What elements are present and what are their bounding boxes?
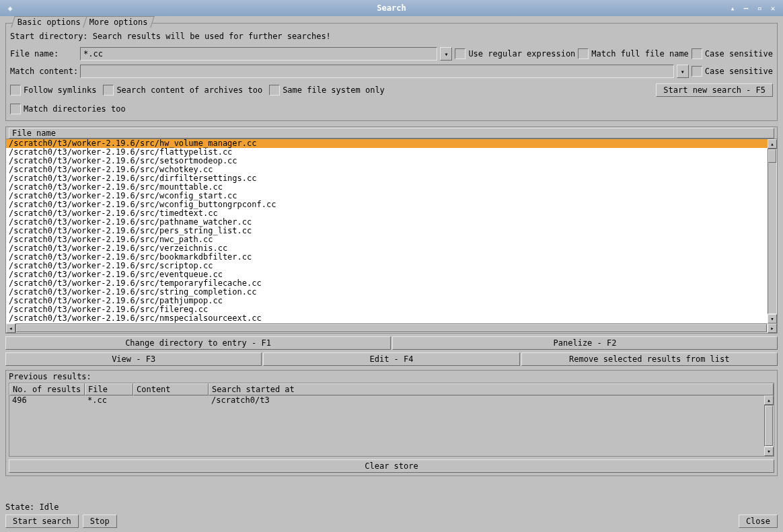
close-icon[interactable]: ✕ bbox=[767, 2, 779, 14]
use-regex-checkbox[interactable] bbox=[455, 48, 465, 59]
case-sensitive-content-label: Case sensitive bbox=[705, 67, 773, 76]
case-sensitive-name-label: Case sensitive bbox=[705, 49, 773, 59]
results-vertical-scrollbar[interactable]: ▴ ▾ bbox=[768, 139, 777, 324]
prev-col-content-pattern[interactable]: Content pattern bbox=[133, 383, 209, 395]
case-sensitive-content-checkbox[interactable] bbox=[692, 66, 702, 77]
previous-result-row[interactable]: 496*.cc/scratch0/t3 bbox=[9, 395, 764, 406]
minimize-icon[interactable]: – bbox=[740, 2, 752, 14]
results-column-header[interactable]: File name bbox=[9, 128, 774, 139]
prev-col-search-started-at[interactable]: Search started at bbox=[209, 383, 774, 395]
maximize-icon[interactable]: ▫ bbox=[753, 2, 766, 14]
stop-button[interactable]: Stop bbox=[83, 515, 117, 528]
scroll-up-icon[interactable]: ▴ bbox=[768, 139, 777, 149]
file-name-input[interactable] bbox=[80, 47, 437, 61]
scroll-up-icon[interactable]: ▴ bbox=[764, 395, 774, 405]
window-title: Search bbox=[61, 3, 722, 13]
previous-results-panel: Previous results: No. of results File na… bbox=[5, 370, 778, 476]
close-button[interactable]: Close bbox=[739, 515, 778, 528]
case-sensitive-name-checkbox[interactable] bbox=[692, 48, 702, 59]
remove-from-list-button[interactable]: Remove selected results from list bbox=[521, 352, 778, 366]
start-search-button[interactable]: Start search bbox=[5, 515, 79, 528]
results-panel: File name /scratch0/t3/worker-2.19.6/src… bbox=[5, 126, 778, 334]
prev-col-file-name[interactable]: File name bbox=[85, 383, 133, 395]
scroll-down-icon[interactable]: ▾ bbox=[764, 447, 774, 456]
start-new-search-button[interactable]: Start new search - F5 bbox=[656, 83, 773, 97]
match-full-label: Match full file name bbox=[591, 49, 689, 59]
prev-vertical-scrollbar[interactable]: ▴ ▾ bbox=[764, 395, 774, 456]
match-directories-checkbox[interactable] bbox=[10, 104, 21, 114]
tab-basic-options[interactable]: Basic options bbox=[11, 16, 87, 28]
match-content-label: Match content: bbox=[10, 67, 77, 76]
start-directory-label: Start directory: Search results will be … bbox=[10, 32, 331, 41]
view-button[interactable]: View - F3 bbox=[5, 352, 262, 366]
same-filesystem-checkbox[interactable] bbox=[269, 85, 280, 96]
match-content-input[interactable] bbox=[80, 65, 674, 78]
change-directory-button[interactable]: Change directory to entry - F1 bbox=[5, 336, 391, 350]
match-content-dropdown[interactable]: ▾ bbox=[677, 65, 689, 78]
scroll-right-icon[interactable]: ▸ bbox=[768, 324, 777, 333]
follow-symlinks-checkbox[interactable] bbox=[10, 85, 21, 96]
follow-symlinks-label: Follow symlinks bbox=[24, 85, 96, 95]
search-archives-checkbox[interactable] bbox=[103, 85, 114, 96]
scroll-down-icon[interactable]: ▾ bbox=[768, 314, 777, 324]
keep-above-icon[interactable]: ▴ bbox=[726, 2, 739, 14]
use-regex-label: Use regular expression bbox=[468, 49, 575, 59]
title-bar: ◈ Search ▴ – ▫ ✕ bbox=[0, 0, 783, 16]
match-directories-label: Match directories too bbox=[24, 104, 126, 114]
match-full-checkbox[interactable] bbox=[578, 48, 589, 59]
previous-results-title: Previous results: bbox=[9, 372, 774, 381]
clear-store-button[interactable]: Clear store bbox=[9, 459, 774, 473]
panelize-button[interactable]: Panelize - F2 bbox=[392, 336, 778, 350]
prev-col-no-of-results[interactable]: No. of results bbox=[9, 383, 85, 395]
file-name-dropdown[interactable]: ▾ bbox=[440, 47, 452, 61]
file-name-label: File name: bbox=[10, 49, 77, 59]
options-panel: Basic options More options Start directo… bbox=[5, 23, 778, 121]
state-label: State: Idle bbox=[5, 502, 59, 512]
results-list[interactable]: /scratch0/t3/worker-2.19.6/src/hw_volume… bbox=[6, 139, 768, 324]
tab-more-options[interactable]: More options bbox=[83, 16, 154, 28]
same-filesystem-label: Same file system only bbox=[283, 85, 385, 95]
search-archives-label: Search content of archives too bbox=[116, 85, 262, 95]
result-row[interactable]: /scratch0/t3/worker-2.19.6/src/nmspecial… bbox=[6, 314, 768, 323]
previous-results-list[interactable]: 496*.cc/scratch0/t3 bbox=[9, 395, 764, 456]
scroll-left-icon[interactable]: ◂ bbox=[6, 324, 15, 333]
window-menu-icon[interactable]: ◈ bbox=[4, 2, 16, 14]
results-horizontal-scrollbar[interactable]: ◂ ▸ bbox=[6, 324, 777, 333]
edit-button[interactable]: Edit - F4 bbox=[263, 352, 519, 366]
